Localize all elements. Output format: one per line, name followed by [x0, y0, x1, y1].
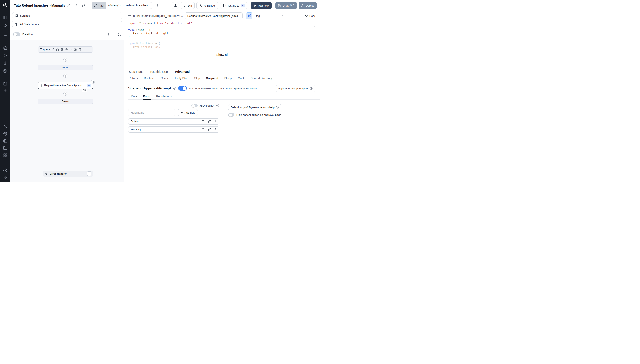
phone-incoming-icon — [247, 14, 251, 18]
tab-suspend[interactable]: Suspend — [206, 75, 219, 82]
undo-button[interactable] — [74, 3, 80, 8]
schedule-icon[interactable] — [56, 48, 59, 51]
tag-select[interactable] — [262, 13, 286, 19]
hub-path[interactable]: hub/11500/slack/request_interactive... — [133, 14, 183, 18]
resources-icon[interactable] — [0, 69, 10, 73]
diff-button[interactable]: Diff — [180, 2, 195, 9]
add-step-button[interactable] — [64, 74, 67, 78]
tab-shared-directory[interactable]: Shared Directory — [250, 75, 272, 82]
http-route-icon[interactable] — [61, 48, 63, 51]
copy-code-button[interactable] — [312, 24, 315, 27]
add-step-button[interactable] — [64, 58, 67, 62]
add-error-handler-button[interactable] — [87, 172, 91, 176]
json-editor-toggle[interactable] — [191, 104, 198, 108]
zoom-in-button[interactable] — [107, 32, 110, 36]
draft-button[interactable]: Draft ⌘S — [275, 2, 297, 9]
result-node[interactable]: Result — [38, 98, 93, 104]
websocket-icon[interactable] — [65, 48, 68, 51]
tab-sleep[interactable]: Sleep — [224, 75, 232, 82]
search-icon[interactable] — [0, 32, 10, 36]
flow-settings-button[interactable]: Settings — [12, 12, 122, 19]
home-icon[interactable] — [0, 46, 10, 50]
tab-mock[interactable]: Mock — [237, 75, 245, 82]
error-handler-node[interactable]: Error Handler — [43, 171, 93, 176]
fork-button[interactable]: Fork — [305, 14, 315, 18]
add-icon[interactable] — [0, 88, 10, 92]
approval-helpers-button[interactable]: Approval/Prompt helpers — [276, 85, 315, 92]
docs-button[interactable] — [172, 2, 179, 9]
drag-field-handle[interactable] — [214, 120, 217, 124]
zoom-out-button[interactable] — [112, 32, 116, 36]
database-trigger-icon[interactable] — [78, 48, 81, 51]
layout-icon[interactable] — [0, 15, 10, 20]
edit-field-button[interactable] — [208, 128, 211, 131]
graph-zoom-controls — [107, 32, 121, 36]
folders-icon[interactable] — [0, 146, 10, 150]
info-icon[interactable] — [173, 87, 176, 90]
schedules-icon[interactable] — [0, 82, 10, 86]
apps-icon[interactable] — [0, 153, 10, 157]
redo-button[interactable] — [81, 3, 86, 8]
runs-icon[interactable] — [0, 53, 10, 58]
input-node[interactable]: Input — [38, 65, 93, 70]
default-args-help-button[interactable]: Default args & Dynamic enums help — [228, 104, 281, 110]
settings-icon[interactable] — [0, 132, 10, 136]
delete-field-button[interactable] — [201, 120, 205, 123]
delete-field-button[interactable] — [201, 128, 205, 131]
add-step-button[interactable] — [64, 92, 67, 96]
show-all-button[interactable]: Show all — [216, 53, 228, 56]
step-name-input[interactable] — [185, 12, 243, 19]
user-icon[interactable] — [0, 124, 10, 128]
tab-retries[interactable]: Retries — [128, 75, 138, 82]
deploy-button[interactable]: Deploy — [299, 2, 317, 9]
suspend-toggle[interactable] — [178, 86, 187, 91]
result-node-label: Result — [62, 100, 69, 103]
test-up-to-button[interactable]: Test up to a — [220, 2, 247, 9]
triggers-node[interactable]: Triggers — [38, 46, 93, 53]
more-options-button[interactable] — [155, 3, 160, 8]
hide-cancel-toggle[interactable] — [228, 113, 235, 117]
tab-form[interactable]: Form — [143, 94, 151, 100]
kafka-icon[interactable] — [69, 48, 72, 51]
tab-runtime[interactable]: Runtime — [143, 75, 155, 82]
tag-label: tag — [256, 14, 260, 18]
field-row[interactable]: Message — [128, 126, 219, 132]
ai-builder-button[interactable]: AI Builder — [196, 2, 219, 9]
add-field-button[interactable]: Add field — [178, 109, 198, 116]
approval-step-label: Request Interactive Slack Approval (... — [44, 84, 86, 87]
path-input[interactable] — [106, 2, 152, 9]
default-args-help-label: Default args & Dynamic enums help — [231, 106, 275, 109]
variables-icon[interactable] — [0, 61, 10, 65]
tab-skip[interactable]: Skip — [194, 75, 200, 82]
fit-view-button[interactable] — [118, 32, 121, 36]
windmill-logo-icon[interactable] — [0, 2, 10, 8]
tab-core[interactable]: Core — [131, 94, 138, 100]
tab-test-this-step[interactable]: Test this step — [149, 68, 168, 75]
tab-permissions[interactable]: Permissions — [156, 94, 172, 100]
edit-title-icon[interactable] — [67, 4, 70, 7]
expand-sidebar-icon[interactable] — [0, 175, 10, 179]
tab-early-stop[interactable]: Early Stop — [175, 75, 188, 82]
help-icon[interactable] — [0, 168, 10, 172]
static-inputs-button[interactable]: All Static Inputs — [12, 21, 122, 28]
suspend-indicator-button[interactable] — [246, 12, 253, 19]
email-icon[interactable] — [74, 48, 77, 51]
tab-advanced[interactable]: Advanced — [175, 68, 190, 75]
remove-step-button[interactable] — [91, 80, 95, 84]
draft-shortcut: ⌘S — [290, 4, 294, 7]
windmill-flow-editor: Tuto Refund branches - Manually Path Dif… — [0, 0, 320, 182]
path-pill[interactable]: Path — [92, 2, 106, 9]
star-icon[interactable] — [0, 23, 10, 28]
dataflow-toggle[interactable] — [13, 32, 20, 36]
webhook-icon[interactable] — [52, 48, 54, 51]
edit-field-button[interactable] — [208, 120, 211, 123]
field-row[interactable]: Action — [128, 118, 219, 124]
code-editor[interactable]: import * as wmill from "windmill-client"… — [128, 22, 307, 48]
workspace-icon[interactable] — [0, 139, 10, 143]
test-flow-button[interactable]: Test flow — [251, 2, 272, 9]
tab-step-input[interactable]: Step Input — [128, 68, 143, 75]
info-icon[interactable] — [216, 104, 219, 107]
field-name-input[interactable] — [128, 109, 175, 116]
tab-cache[interactable]: Cache — [160, 75, 169, 82]
drag-field-handle[interactable] — [214, 128, 217, 132]
